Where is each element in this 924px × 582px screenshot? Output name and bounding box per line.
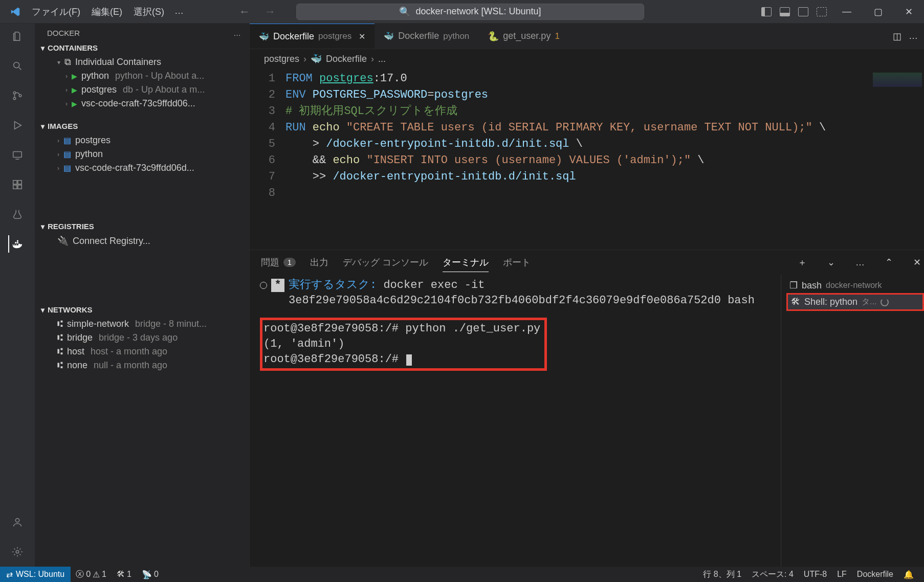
highlighted-terminal-output: root@3e8f29e79058:/# python ./get_user.p…: [260, 318, 547, 371]
network-none[interactable]: ⑆ none null - a month ago: [35, 359, 249, 372]
containers-group[interactable]: ▾ ⧉ Individual Containers: [35, 55, 249, 69]
forward-icon[interactable]: →: [265, 5, 276, 18]
menu-overflow-icon[interactable]: …: [170, 4, 188, 20]
panel-tab-ports[interactable]: ポート: [503, 256, 531, 268]
editor-overflow-icon[interactable]: …: [909, 31, 918, 42]
editor-area: 🐳 Dockerfile postgres ✕ 🐳 Dockerfile pyt…: [250, 24, 924, 567]
toggle-secondary-sidebar-icon[interactable]: [798, 7, 808, 16]
menu-select[interactable]: 選択(S): [128, 4, 169, 20]
chevron-right-icon: ›: [65, 86, 68, 94]
remote-indicator[interactable]: ⇄ WSL: Ubuntu: [0, 567, 71, 582]
image-python[interactable]: › ▤ python: [35, 147, 249, 161]
status-cursor-position[interactable]: 行 8、列 1: [698, 569, 746, 580]
status-language[interactable]: Dockerfile: [852, 570, 898, 579]
section-networks[interactable]: ▾ NETWORKS: [35, 302, 249, 317]
container-python[interactable]: › ▶ python python - Up About a...: [35, 69, 249, 83]
search-icon[interactable]: [9, 57, 26, 75]
maximize-icon[interactable]: ▢: [867, 3, 890, 20]
chevron-right-icon: ›: [65, 73, 68, 80]
connect-registry[interactable]: 🔌 Connect Registry...: [35, 234, 249, 248]
play-icon: ▶: [72, 86, 77, 94]
svg-rect-6: [13, 185, 17, 189]
docker-icon[interactable]: [8, 235, 26, 253]
code-content[interactable]: FROM postgres:17.0ENV POSTGRES_PASSWORD=…: [285, 71, 868, 250]
status-bar: ⇄ WSL: Ubuntu ⓧ0 ⚠1 🛠1 📡0 行 8、列 1 スペース: …: [0, 567, 924, 582]
split-editor-icon[interactable]: ◫: [893, 31, 901, 42]
run-debug-icon[interactable]: [9, 117, 26, 134]
command-center-search[interactable]: 🔍 docker-network [WSL: Ubuntu]: [296, 4, 644, 20]
tab-dockerfile-postgres[interactable]: 🐳 Dockerfile postgres ✕: [250, 24, 375, 49]
panel-tab-debug-console[interactable]: デバッグ コンソール: [343, 256, 428, 268]
customize-layout-icon[interactable]: [817, 7, 827, 16]
extensions-icon[interactable]: [9, 176, 26, 193]
network-host[interactable]: ⑆ host host - a month ago: [35, 345, 249, 359]
minimize-icon[interactable]: —: [835, 3, 859, 20]
tab-dockerfile-python[interactable]: 🐳 Dockerfile python: [375, 24, 478, 49]
section-containers[interactable]: ▾ CONTAINERS: [35, 40, 249, 55]
explorer-icon[interactable]: [9, 28, 26, 45]
status-eol[interactable]: LF: [832, 570, 852, 579]
tools-icon: 🛠: [117, 570, 125, 579]
section-registries[interactable]: ▾ REGISTRIES: [35, 219, 249, 234]
terminal-item-shell-python[interactable]: 🛠 Shell: python タ...: [786, 293, 924, 311]
panel: 問題 1 出力 デバッグ コンソール ターミナル ポート ＋ ⌄ … ⌃ ✕ *: [250, 250, 924, 567]
sidebar-docker: DOCKER … ▾ CONTAINERS ▾ ⧉ Individual Con…: [35, 24, 250, 567]
toggle-panel-icon[interactable]: [780, 7, 790, 16]
section-images[interactable]: ▾ IMAGES: [35, 119, 249, 133]
status-errors[interactable]: ⓧ0 ⚠1: [71, 569, 112, 580]
svg-point-10: [16, 550, 19, 553]
status-ports[interactable]: 📡0: [137, 570, 164, 579]
status-encoding[interactable]: UTF-8: [799, 570, 832, 579]
plug-icon: 🔌: [57, 235, 69, 247]
network-icon: ⑆: [57, 360, 63, 371]
status-indentation[interactable]: スペース: 4: [746, 569, 799, 580]
close-tab-icon[interactable]: ✕: [359, 32, 365, 41]
breadcrumbs[interactable]: postgres › 🐳 Dockerfile › ...: [250, 49, 924, 69]
image-postgres[interactable]: › ▤ postgres: [35, 133, 249, 147]
close-panel-icon[interactable]: ✕: [910, 257, 924, 268]
toggle-primary-sidebar-icon[interactable]: [761, 7, 772, 16]
terminal-item-bash[interactable]: ❐ bash docker-network: [786, 278, 924, 293]
settings-gear-icon[interactable]: [9, 543, 26, 561]
main-menu: ファイル(F) 編集(E) 選択(S) …: [27, 4, 188, 20]
minimap[interactable]: [868, 69, 924, 250]
network-bridge[interactable]: ⑆ bridge bridge - 3 days ago: [35, 331, 249, 345]
close-icon[interactable]: ✕: [898, 3, 920, 20]
svg-rect-8: [18, 181, 21, 184]
notifications-icon[interactable]: 🔔: [898, 570, 919, 579]
accounts-icon[interactable]: [9, 513, 26, 531]
svg-point-3: [19, 95, 21, 97]
container-vsc[interactable]: › ▶ vsc-code-craft-73c9ffdd06...: [35, 97, 249, 110]
tab-get-user-py[interactable]: 🐍 get_user.py 1: [478, 24, 569, 49]
panel-tab-problems[interactable]: 問題 1: [261, 256, 296, 268]
remote-explorer-icon[interactable]: [9, 146, 26, 164]
menu-edit[interactable]: 編集(E): [86, 4, 127, 20]
panel-tab-output[interactable]: 出力: [310, 256, 328, 268]
sidebar-overflow-icon[interactable]: …: [233, 29, 241, 37]
source-control-icon[interactable]: [9, 87, 26, 104]
chevron-down-icon: ▾: [57, 59, 60, 66]
image-vsc[interactable]: › ▤ vsc-code-craft-73c9ffdd06d...: [35, 161, 249, 175]
code-editor[interactable]: 12345678 FROM postgres:17.0ENV POSTGRES_…: [250, 69, 868, 250]
terminal-dropdown-icon[interactable]: ⌄: [824, 257, 838, 268]
container-postgres[interactable]: › ▶ postgres db - Up About a m...: [35, 83, 249, 97]
status-tools[interactable]: 🛠1: [112, 570, 137, 579]
minimap-viewport: [873, 73, 922, 87]
sidebar-title: DOCKER: [47, 29, 80, 37]
terminal[interactable]: * 実行するタスク: docker exec -it 3e8f29e79058a…: [250, 275, 781, 567]
activity-bar: [0, 24, 35, 567]
panel-overflow-icon[interactable]: …: [852, 257, 868, 268]
new-terminal-icon[interactable]: ＋: [795, 256, 810, 268]
play-icon: ▶: [72, 100, 77, 108]
testing-icon[interactable]: [9, 206, 26, 223]
chevron-right-icon: ›: [57, 137, 59, 144]
maximize-panel-icon[interactable]: ⌃: [882, 257, 896, 268]
back-icon[interactable]: ←: [239, 5, 250, 18]
python-file-icon: 🐍: [488, 31, 499, 42]
network-simple[interactable]: ⑆ simple-network bridge - 8 minut...: [35, 317, 249, 331]
menu-file[interactable]: ファイル(F): [27, 4, 85, 20]
task-marker-icon: *: [271, 279, 284, 292]
titlebar: ファイル(F) 編集(E) 選択(S) … ← → 🔍 docker-netwo…: [0, 0, 924, 24]
panel-tab-terminal[interactable]: ターミナル: [443, 256, 489, 272]
cursor-icon: [406, 354, 412, 366]
